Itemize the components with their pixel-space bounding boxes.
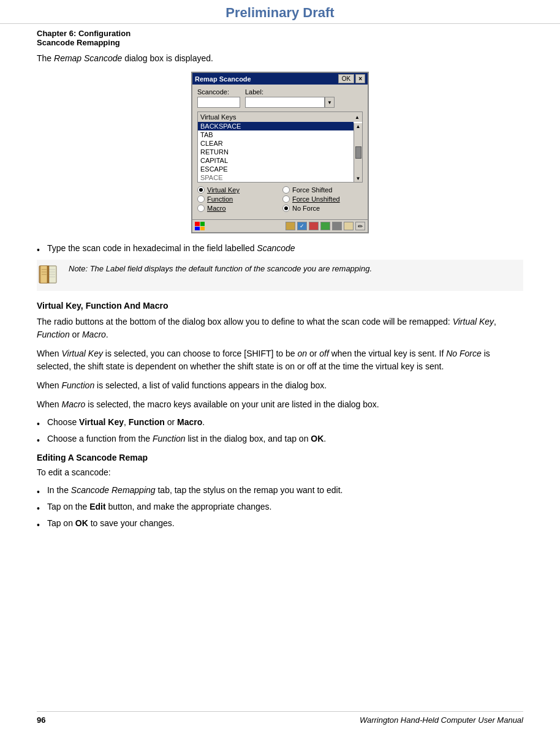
- edit-bullet-2-text: Tap on the Edit button, and make the app…: [47, 502, 272, 511]
- dialog-close-button[interactable]: ×: [355, 74, 365, 83]
- chapter-info: Chapter 6: Configuration Scancode Remapp…: [0, 24, 560, 47]
- taskbar-icon-6: [344, 222, 354, 230]
- dialog-taskbar: ✓ ✏: [192, 219, 368, 232]
- edit-intro: To edit a scancode:: [37, 466, 523, 479]
- virtual-keys-listbox[interactable]: Virtual Keys ▲ BACKSPACE TAB CLEAR RETUR…: [197, 111, 363, 183]
- radio-function[interactable]: Function: [197, 195, 278, 203]
- radio-macro[interactable]: Macro: [197, 205, 278, 212]
- radio-circle-no-force: [282, 205, 290, 212]
- page-number: 96: [37, 715, 45, 725]
- bullet-dot-3: •: [37, 436, 40, 445]
- radio-circle-virtual-key: [197, 186, 205, 194]
- dialog-body: Scancode: Label: ▼: [192, 85, 368, 219]
- list-item[interactable]: SPACE: [198, 173, 354, 182]
- scroll-thumb[interactable]: [355, 146, 361, 159]
- taskbar-icon-3: [309, 222, 319, 230]
- dialog-titlebar: Remap Scancode OK ×: [192, 73, 368, 85]
- scroll-down-icon[interactable]: ▼: [356, 176, 361, 181]
- radio-label-force-unshifted: Force Unshifted: [292, 195, 340, 203]
- radio-label-virtual-key: Virtual Key: [207, 186, 240, 194]
- bullet-2-text: Choose Virtual Key, Function or Macro.: [47, 417, 205, 427]
- bullet-1-text: Type the scan code in hexadecimal in the…: [47, 243, 295, 253]
- note-box: Note: The Label field displays the defau…: [37, 260, 523, 291]
- radio-circle-force-shifted: [282, 186, 290, 194]
- note-book-icon: [37, 263, 61, 287]
- edit-bullet-2: • Tap on the Edit button, and make the a…: [37, 502, 523, 513]
- scancode-input[interactable]: [197, 97, 240, 108]
- radio-circle-macro: [197, 205, 205, 212]
- radio-label-no-force: No Force: [292, 205, 320, 212]
- para2: When Virtual Key is selected, you can ch…: [37, 347, 523, 373]
- taskbar-icon-5: [332, 222, 342, 230]
- scancode-field-group: Scancode:: [197, 88, 240, 108]
- note-content: Note: The Label field displays the defau…: [69, 262, 372, 273]
- label-input[interactable]: [245, 97, 325, 108]
- scroll-up-icon[interactable]: ▲: [356, 124, 361, 129]
- list-item[interactable]: RETURN: [198, 148, 354, 156]
- taskbar-icon-2: ✓: [297, 222, 307, 230]
- main-content: The Remap Scancode dialog box is display…: [0, 47, 560, 553]
- bullet-item-1: • Type the scan code in hexadecimal in t…: [37, 243, 523, 255]
- bullet-item-3: • Choose a function from the Function li…: [37, 434, 523, 445]
- list-item[interactable]: ESCAPE: [198, 165, 354, 173]
- label-field-group: Label: ▼: [245, 88, 335, 108]
- label-label: Label:: [245, 88, 335, 96]
- bullet-dot-1: •: [37, 245, 40, 255]
- radio-force-unshifted[interactable]: Force Unshifted: [282, 195, 363, 203]
- preliminary-draft-title: Preliminary Draft: [0, 5, 560, 21]
- radio-buttons-grid: Virtual Key Force Shifted Function: [197, 186, 363, 212]
- chevron-down-icon: ▼: [327, 100, 332, 105]
- radio-no-force[interactable]: No Force: [282, 205, 363, 212]
- page-footer: 96 Warrington Hand-Held Computer User Ma…: [37, 711, 523, 725]
- taskbar-icon-4: [320, 222, 330, 230]
- bullet-item-2: • Choose Virtual Key, Function or Macro.: [37, 417, 523, 429]
- chapter-line: Chapter 6: Configuration: [37, 29, 523, 38]
- dialog-fields-row: Scancode: Label: ▼: [197, 88, 363, 108]
- edit-bullet-1: • In the Scancode Remapping tab, tap the…: [37, 485, 523, 497]
- section1-heading: Virtual Key, Function And Macro: [37, 301, 523, 311]
- scroll-up-icon[interactable]: ▲: [355, 115, 360, 120]
- footer-title: Warrington Hand-Held Computer User Manua…: [360, 715, 523, 725]
- edit-bullet-dot-3: •: [37, 520, 40, 530]
- list-item[interactable]: CAPITAL: [198, 156, 354, 165]
- listbox-header: Virtual Keys ▲: [198, 112, 362, 122]
- radio-label-force-shifted: Force Shifted: [292, 186, 332, 194]
- listbox-items: BACKSPACE TAB CLEAR RETURN CAPITAL ESCAP…: [198, 122, 362, 182]
- note-text: Note: The Label field displays the defau…: [69, 263, 372, 273]
- taskbar-icon-1: [286, 222, 295, 230]
- bullet-dot-2: •: [37, 419, 40, 429]
- label-dropdown-arrow[interactable]: ▼: [325, 97, 335, 108]
- scancode-label: Scancode:: [197, 88, 240, 96]
- listbox-header-label: Virtual Keys: [200, 113, 236, 121]
- bullet-3-text: Choose a function from the Function list…: [47, 434, 326, 443]
- edit-bullet-dot-1: •: [37, 487, 40, 497]
- list-item[interactable]: CLEAR: [198, 139, 354, 148]
- svg-rect-10: [47, 266, 49, 283]
- list-item[interactable]: TAB: [198, 130, 354, 139]
- para4: When Macro is selected, the macro keys a…: [37, 398, 523, 411]
- radio-label-macro: Macro: [207, 205, 226, 212]
- listbox-scroll-arrows: ▲: [355, 115, 360, 120]
- radio-circle-function: [197, 195, 205, 203]
- book-svg: [37, 263, 61, 285]
- dialog-titlebar-buttons: OK ×: [338, 74, 365, 83]
- edit-bullet-3: • Tap on OK to save your changes.: [37, 518, 523, 530]
- para3: When Function is selected, a list of val…: [37, 379, 523, 392]
- dialog-box: Remap Scancode OK × Scancode: Label:: [191, 72, 369, 233]
- edit-bullet-dot-2: •: [37, 504, 40, 513]
- radio-circle-force-unshifted: [282, 195, 290, 203]
- edit-bullet-1-text: In the Scancode Remapping tab, tap the s…: [47, 485, 343, 495]
- section2-heading: Editing A Scancode Remap: [37, 453, 523, 462]
- radio-label-function: Function: [207, 195, 233, 203]
- taskbar-icon-7: ✏: [355, 222, 365, 230]
- windows-flag-icon: [195, 222, 205, 230]
- para1: The radio buttons at the bottom of the d…: [37, 315, 523, 341]
- radio-virtual-key[interactable]: Virtual Key: [197, 186, 278, 194]
- dialog-title: Remap Scancode: [195, 75, 251, 83]
- list-item[interactable]: BACKSPACE: [198, 122, 354, 130]
- dialog-ok-button[interactable]: OK: [338, 74, 354, 83]
- radio-force-shifted[interactable]: Force Shifted: [282, 186, 363, 194]
- page-header: Preliminary Draft: [0, 0, 560, 24]
- edit-bullet-3-text: Tap on OK to save your changes.: [47, 518, 175, 528]
- listbox-scrollbar[interactable]: ▲ ▼: [354, 123, 362, 182]
